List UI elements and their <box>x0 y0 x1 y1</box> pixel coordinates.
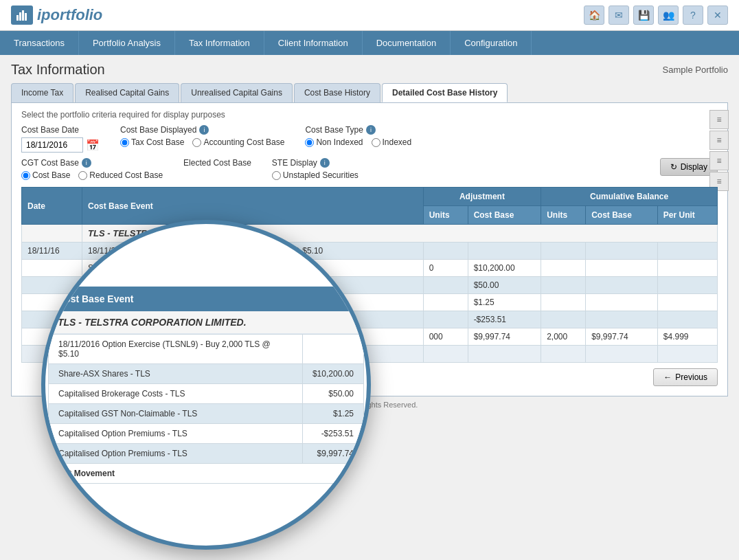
elected-cost-base-label: Elected Cost Base <box>183 158 251 168</box>
row-cum-cost-base <box>586 311 658 328</box>
nav-transactions[interactable]: Transactions <box>0 31 79 55</box>
tab-detailed-cost-base-history[interactable]: Detailed Cost Base History <box>382 83 508 102</box>
magnifier-event-label: Capitalised Brokerage Costs - TLS <box>49 383 303 403</box>
cost-base-displayed-group: Cost Base Displayed i Tax Cost Base Acco… <box>120 125 284 147</box>
home-icon[interactable]: 🏠 <box>584 5 604 25</box>
logo-text: iportfolio <box>37 6 102 24</box>
col-cost-base-event: Cost Base Event <box>82 188 424 225</box>
svg-rect-3 <box>25 13 27 21</box>
row-date <box>22 260 82 277</box>
net-cum-per-unit <box>657 346 717 363</box>
date-input-row: 📅 <box>21 137 100 153</box>
col-cumulative-group: Cumulative Balance <box>541 188 718 206</box>
row-adj-units <box>423 277 468 294</box>
row-adj-cost-base: $50.00 <box>468 277 541 294</box>
previous-button[interactable]: ← Previous <box>653 368 718 386</box>
users-icon[interactable]: 👥 <box>658 5 679 25</box>
row-adj-units: 0 <box>423 260 468 277</box>
row-date: 18/11/16 <box>22 243 82 260</box>
row-cum-cost-base <box>586 260 658 277</box>
magnifier-event-label: Capitalised GST Non-Claimable - TLS <box>49 403 303 420</box>
net-adj-units <box>423 346 468 363</box>
magnifier-row: Capitalised GST Non-Claimable - TLS $1.2… <box>49 403 364 420</box>
col-cum-cost-base: Cost Base <box>586 206 658 225</box>
svg-rect-0 <box>16 15 19 21</box>
magnifier-event-value: $1.25 <box>302 403 363 420</box>
tab-income-tax[interactable]: Income Tax <box>11 83 73 102</box>
row-cum-units <box>541 277 586 294</box>
cost-base-displayed-info-icon[interactable]: i <box>199 125 209 135</box>
tab-realised-capital-gains[interactable]: Realised Capital Gains <box>75 83 179 102</box>
tab-unrealised-capital-gains[interactable]: Unrealised Capital Gains <box>181 83 293 102</box>
magnifier-content: Cost Base Event TLS - TELSTRA CORPORATIO… <box>48 287 364 421</box>
row-cum-units <box>541 260 586 277</box>
row-cum-cost-base <box>586 277 658 294</box>
row-cum-units <box>541 311 586 328</box>
row-cum-cost-base: $9,997.74 <box>586 328 658 346</box>
nav-documentation[interactable]: Documentation <box>363 31 451 55</box>
row-cum-per-unit: $4.999 <box>657 328 717 346</box>
row-cum-per-unit <box>657 294 717 311</box>
row-cum-per-unit <box>657 311 717 328</box>
row-adj-units: 000 <box>423 328 468 346</box>
radio-cost-base[interactable]: Cost Base <box>21 170 70 180</box>
net-cum-cost-base <box>586 346 658 363</box>
magnifier-event-label: 18/11/2016 Option Exercise (TLSNL9) - Bu… <box>49 334 303 363</box>
net-cum-units <box>541 346 586 363</box>
svg-rect-1 <box>19 12 21 21</box>
sidebar-icon-3[interactable]: ≡ <box>709 151 729 170</box>
magnifier-row: 18/11/2016 Option Exercise (TLSNL9) - Bu… <box>49 334 364 363</box>
cost-base-date-input[interactable] <box>21 137 83 153</box>
radio-tax-cost-base[interactable]: Tax Cost Base <box>120 137 184 147</box>
nav-tax-information[interactable]: Tax Information <box>175 31 264 55</box>
radio-accounting-cost-base[interactable]: Accounting Cost Base <box>192 137 284 147</box>
cost-base-type-info-icon[interactable]: i <box>366 125 376 135</box>
nav-configuration[interactable]: Configuration <box>451 31 532 55</box>
table-row-company: TLS - TELSTRA CORPORATION LIMITED. <box>22 225 718 243</box>
tab-cost-base-history[interactable]: Cost Base History <box>294 83 380 102</box>
magnifier-header: Cost Base Event <box>48 287 364 311</box>
criteria-row-2: CGT Cost Base i Cost Base Reduced Cost B… <box>21 158 718 180</box>
save-icon[interactable]: 💾 <box>633 5 654 25</box>
cgt-info-icon[interactable]: i <box>82 158 91 168</box>
col-cum-units: Units <box>541 206 586 225</box>
nav-client-information[interactable]: Client Information <box>264 31 363 55</box>
magnifier-event-value <box>302 334 363 363</box>
cost-base-type-label: Cost Base Type i <box>305 125 411 135</box>
radio-unstapled[interactable]: Unstapled Securities <box>272 170 359 180</box>
row-adj-cost-base: $1.25 <box>468 294 541 311</box>
sidebar-icon-1[interactable]: ≡ <box>709 110 729 129</box>
magnifier-company: TLS - TELSTRA CORPORATION LIMITED. <box>48 311 364 334</box>
cost-base-displayed-radios: Tax Cost Base Accounting Cost Base <box>120 137 284 147</box>
portfolio-name: Sample Portfolio <box>663 65 728 75</box>
row-adj-units <box>423 294 468 311</box>
ste-display-label: STE Display i <box>272 158 359 168</box>
help-icon[interactable]: ? <box>683 5 703 25</box>
row-cum-units <box>541 294 586 311</box>
svg-rect-2 <box>22 10 24 21</box>
ste-info-icon[interactable]: i <box>320 158 330 168</box>
sidebar-icon-2[interactable]: ≡ <box>709 131 729 150</box>
radio-non-indexed[interactable]: Non Indexed <box>305 137 363 147</box>
row-adj-cost-base: -$253.51 <box>468 311 541 328</box>
close-icon[interactable]: ✕ <box>707 5 728 25</box>
cost-base-type-radios: Non Indexed Indexed <box>305 137 411 147</box>
row-adj-cost-base: $9,997.74 <box>468 328 541 346</box>
calendar-icon[interactable]: 📅 <box>86 139 100 152</box>
row-adj-cost-base: $10,200.00 <box>468 260 541 277</box>
magnifier-row: Share-ASX Shares - TLS $10,200.00 <box>49 363 364 383</box>
col-date: Date <box>22 188 82 225</box>
magnifier-event-value: $50.00 <box>302 383 363 403</box>
refresh-icon: ↻ <box>670 162 677 172</box>
radio-indexed[interactable]: Indexed <box>372 137 412 147</box>
col-adj-cost-base: Cost Base <box>468 206 541 225</box>
radio-reduced-cost-base[interactable]: Reduced Cost Base <box>78 170 163 180</box>
app-header: iportfolio 🏠 ✉ 💾 👥 ? ✕ <box>0 0 739 31</box>
nav-portfolio-analysis[interactable]: Portfolio Analysis <box>79 31 175 55</box>
ste-radios: Unstapled Securities <box>272 170 359 180</box>
row-adj-units <box>423 311 468 328</box>
elected-cost-base-group: Elected Cost Base <box>183 158 251 168</box>
cost-base-date-label: Cost Base Date <box>21 125 100 135</box>
mail-icon[interactable]: ✉ <box>609 5 629 25</box>
header-icon-group: 🏠 ✉ 💾 👥 ? ✕ <box>584 5 728 25</box>
